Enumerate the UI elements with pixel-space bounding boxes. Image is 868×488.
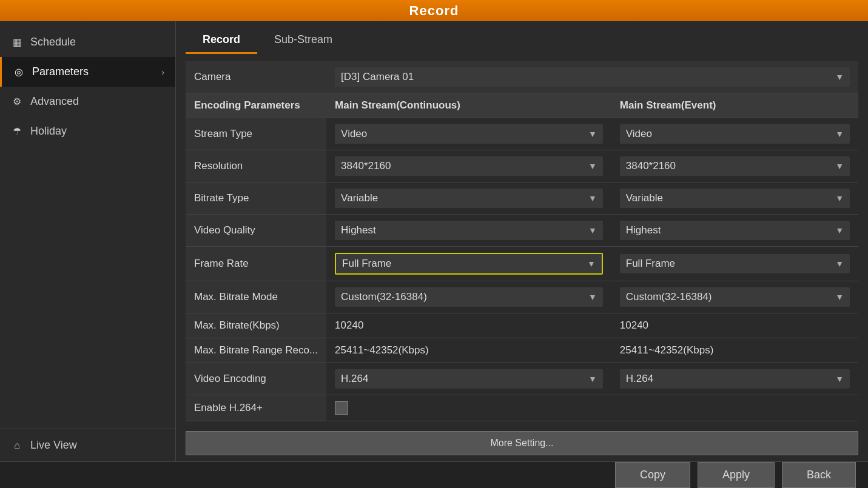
max-bitrate-main-cell: 10240 [326,313,611,338]
max-bitrate-range-event-value: 25411~42352(Kbps) [620,344,714,356]
resolution-main-value: 3840*2160 [341,160,391,172]
resolution-row: Resolution 3840*2160 ▼ 3840*2160 ▼ [186,150,858,182]
video-quality-main-arrow: ▼ [588,226,597,235]
video-quality-main-value: Highest [341,224,376,236]
max-bitrate-label: Max. Bitrate(Kbps) [186,313,326,338]
frame-rate-main-dropdown[interactable]: Full Frame ▼ [335,253,603,275]
frame-rate-event-value: Full Frame [626,258,675,270]
stream-type-main-cell: Video ▼ [326,118,611,150]
stream-type-event-dropdown[interactable]: Video ▼ [620,124,850,144]
camera-dropdown-arrow: ▼ [835,72,844,82]
sidebar-item-advanced[interactable]: ⚙ Advanced [0,87,175,116]
frame-rate-label: Frame Rate [186,247,326,281]
sidebar: ▦ Schedule ◎ Parameters › ⚙ Advanced ☂ H… [0,21,176,461]
camera-value: [D3] Camera 01 [341,71,414,83]
video-quality-row: Video Quality Highest ▼ Highest ▼ [186,215,858,247]
enable-h264-checkbox-container [335,401,850,415]
bitrate-type-event-dropdown[interactable]: Variable ▼ [620,189,850,208]
max-bitrate-range-event-cell: 25411~42352(Kbps) [611,338,858,363]
stream-type-event-cell: Video ▼ [611,118,858,150]
video-encoding-main-cell: H.264 ▼ [326,363,611,395]
video-encoding-event-arrow: ▼ [835,374,844,384]
max-bitrate-range-main-value: 25411~42352(Kbps) [335,344,429,356]
video-encoding-main-dropdown[interactable]: H.264 ▼ [335,369,603,389]
max-bitrate-mode-event-dropdown[interactable]: Custom(32-16384) ▼ [620,287,850,307]
max-bitrate-main-value: 10240 [335,319,363,331]
stream-type-main-dropdown[interactable]: Video ▼ [335,124,603,144]
more-setting-button[interactable]: More Setting... [186,431,858,455]
sidebar-label-parameters: Parameters [32,65,154,78]
video-quality-main-dropdown[interactable]: Highest ▼ [335,221,603,240]
frame-rate-event-dropdown[interactable]: Full Frame ▼ [620,254,850,273]
stream-type-event-arrow: ▼ [835,129,844,139]
resolution-event-value: 3840*2160 [626,160,676,172]
video-encoding-event-cell: H.264 ▼ [611,363,858,395]
max-bitrate-event-value: 10240 [620,319,648,331]
apply-button[interactable]: Apply [698,462,775,488]
video-encoding-label: Video Encoding [186,363,326,395]
frame-rate-main-value: Full Frame [342,258,391,270]
bitrate-type-label: Bitrate Type [186,182,326,215]
bitrate-type-event-arrow: ▼ [835,193,844,203]
frame-rate-main-cell: Full Frame ▼ [326,247,611,281]
video-encoding-event-dropdown[interactable]: H.264 ▼ [620,369,850,389]
max-bitrate-mode-row: Max. Bitrate Mode Custom(32-16384) ▼ Cus… [186,281,858,313]
frame-rate-event-arrow: ▼ [835,259,844,269]
live-view-button[interactable]: ⌂ Live View [0,429,175,461]
bitrate-type-main-value: Variable [341,192,378,204]
max-bitrate-mode-main-value: Custom(32-16384) [341,291,427,303]
max-bitrate-mode-event-value: Custom(32-16384) [626,291,712,303]
sidebar-item-holiday[interactable]: ☂ Holiday [0,116,175,146]
sidebar-item-parameters[interactable]: ◎ Parameters › [0,57,175,87]
enable-h264-label: Enable H.264+ [186,395,326,421]
resolution-event-cell: 3840*2160 ▼ [611,150,858,182]
camera-label: Camera [186,61,326,93]
bitrate-type-main-arrow: ▼ [588,193,597,203]
max-bitrate-range-row: Max. Bitrate Range Reco... 25411~42352(K… [186,338,858,363]
holiday-icon: ☂ [11,125,23,137]
sidebar-arrow-parameters: › [161,67,164,77]
max-bitrate-mode-label: Max. Bitrate Mode [186,281,326,313]
bitrate-type-event-value: Variable [626,192,663,204]
video-encoding-event-value: H.264 [626,373,653,385]
stream-type-label: Stream Type [186,118,326,150]
stream-type-main-value: Video [341,128,367,140]
tab-substream[interactable]: Sub-Stream [257,27,349,54]
live-view-label: Live View [30,439,77,452]
enable-h264-cell [326,395,858,421]
schedule-icon: ▦ [11,36,23,48]
back-button[interactable]: Back [782,462,856,488]
max-bitrate-mode-main-dropdown[interactable]: Custom(32-16384) ▼ [335,287,603,307]
event-stream-header: Main Stream(Event) [611,93,858,118]
copy-button[interactable]: Copy [615,462,690,488]
max-bitrate-mode-event-arrow: ▼ [835,292,844,302]
camera-value-cell: [D3] Camera 01 ▼ [326,61,858,93]
tab-bar: Record Sub-Stream [186,27,858,54]
max-bitrate-mode-main-cell: Custom(32-16384) ▼ [326,281,611,313]
max-bitrate-mode-main-arrow: ▼ [588,292,597,302]
max-bitrate-range-label: Max. Bitrate Range Reco... [186,338,326,363]
footer: Copy Apply Back [0,461,868,488]
stream-type-event-value: Video [626,128,652,140]
frame-rate-main-arrow: ▼ [587,259,596,269]
video-quality-event-dropdown[interactable]: Highest ▼ [620,221,850,240]
camera-dropdown[interactable]: [D3] Camera 01 ▼ [335,67,850,87]
stream-type-row: Stream Type Video ▼ Video ▼ [186,118,858,150]
enable-h264-checkbox[interactable] [335,401,348,415]
tab-record[interactable]: Record [186,27,257,54]
bitrate-type-main-dropdown[interactable]: Variable ▼ [335,189,603,208]
resolution-label: Resolution [186,150,326,182]
resolution-event-dropdown[interactable]: 3840*2160 ▼ [620,156,850,176]
video-quality-event-cell: Highest ▼ [611,215,858,247]
bitrate-type-event-cell: Variable ▼ [611,182,858,215]
enable-h264-row: Enable H.264+ [186,395,858,421]
resolution-main-dropdown[interactable]: 3840*2160 ▼ [335,156,603,176]
frame-rate-row: Frame Rate Full Frame ▼ Full Frame ▼ [186,247,858,281]
resolution-event-arrow: ▼ [835,161,844,171]
main-stream-header: Main Stream(Continuous) [326,93,611,118]
column-header-row: Encoding Parameters Main Stream(Continuo… [186,93,858,118]
frame-rate-event-cell: Full Frame ▼ [611,247,858,281]
encoding-params-label: Encoding Parameters [186,93,326,118]
sidebar-item-schedule[interactable]: ▦ Schedule [0,27,175,57]
sidebar-label-holiday: Holiday [30,125,164,138]
